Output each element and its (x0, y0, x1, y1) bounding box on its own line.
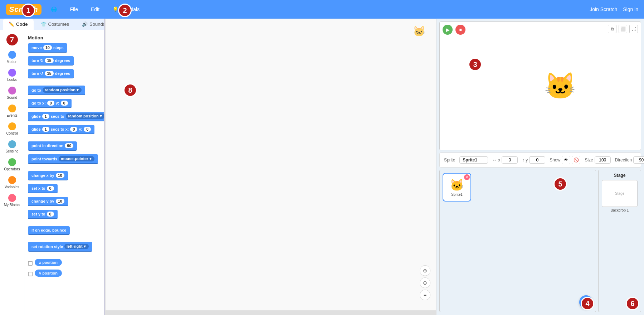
tutorials-icon: 💡 (112, 6, 118, 12)
sprite-delete-button[interactable]: ✕ (464, 174, 470, 180)
block-change-y[interactable]: change y by 10 (28, 197, 68, 206)
category-sound[interactable]: Sound (1, 84, 23, 102)
block-turn-cw[interactable]: turn ↻ 15 degrees (28, 56, 74, 66)
costumes-tab-icon: 👕 (41, 21, 47, 27)
operators-dot (8, 158, 16, 166)
nav-edit[interactable]: Edit (87, 4, 103, 14)
block-goto-random[interactable]: go to random position ▾ (28, 86, 85, 95)
block-point-dir[interactable]: point in direction 90 (28, 141, 77, 151)
stage-small-view-button[interactable]: ⧉ (608, 25, 616, 33)
block-list: Motion move 10 steps turn ↻ 15 degrees (24, 30, 104, 315)
stage-large-view-button[interactable]: ⬜ (619, 25, 627, 33)
show-label: Show (550, 158, 560, 163)
block-point-towards[interactable]: point towards mouse-pointer ▾ (28, 154, 98, 164)
stop-icon: ■ (459, 27, 462, 32)
block-goto-xy[interactable]: go to x: 0 y: 0 (28, 99, 72, 108)
motion-dot (8, 51, 16, 59)
badge-7: 7 (5, 33, 19, 47)
block-glide-random[interactable]: glide 1 secs to random position ▾ (28, 112, 104, 121)
tab-costumes[interactable]: 👕 Costumes (35, 19, 75, 30)
category-control[interactable]: Control (1, 120, 23, 137)
code-tab-label: Code (16, 21, 28, 27)
y-position-row: y position (28, 270, 100, 278)
tab-code[interactable]: ✏️ Code (3, 19, 34, 30)
show-hidden-button[interactable]: 🚫 (572, 156, 580, 164)
stage-panel-title: Stage (614, 173, 626, 178)
operators-label: Operators (4, 167, 20, 171)
sprite-card-label: Sprite1 (451, 193, 463, 197)
stage-preview: ▶ ■ ⧉ ⬜ ⛶ 3 � (439, 21, 641, 150)
green-flag-button[interactable]: ▶ (443, 25, 453, 35)
zoom-out-button[interactable]: ⊖ (420, 277, 430, 288)
top-nav: 1 Scratch 🌐 File Edit 💡 Tutorials 2 Join… (0, 0, 644, 19)
sprite-direction-input[interactable] (633, 156, 644, 164)
block-set-y[interactable]: set y to 0 (28, 210, 58, 219)
show-icons: 👁 🚫 (562, 156, 580, 164)
stage-panel: Stage Stage Backdrop 1 🖼 6 (598, 170, 641, 312)
variables-label: Variables (5, 185, 19, 189)
sprite-y-input[interactable] (529, 156, 545, 164)
stage-thumbnail[interactable]: Stage (602, 180, 638, 207)
category-looks[interactable]: Looks (1, 67, 23, 84)
sprite-x-input[interactable] (502, 156, 518, 164)
block-set-x[interactable]: set x to 0 (28, 184, 58, 193)
sprite-card-sprite1[interactable]: ✕ 🐱 Sprite1 (443, 173, 471, 202)
y-position-checkbox[interactable] (28, 272, 33, 276)
zoom-out-icon: ⊖ (423, 280, 427, 286)
zoom-in-button[interactable]: ⊕ (420, 265, 430, 276)
block-x-position[interactable]: x position (35, 259, 62, 266)
block-y-position[interactable]: y position (35, 270, 62, 277)
category-myblocks[interactable]: My Blocks (1, 192, 23, 209)
events-dot (8, 105, 16, 112)
sprite-size-input[interactable] (595, 156, 611, 164)
sprites-grid: ✕ 🐱 Sprite1 (443, 173, 593, 202)
size-label: Size (585, 158, 593, 163)
looks-label: Looks (7, 78, 17, 82)
block-rotation-style[interactable]: set rotation style left-right ▾ (28, 242, 92, 252)
category-sidebar: 7 Motion Looks Sound Events (0, 30, 24, 315)
block-turn-ccw[interactable]: turn ↺ 15 degrees (28, 69, 74, 78)
category-operators[interactable]: Operators (1, 156, 23, 173)
canvas-scrollbar[interactable] (106, 310, 436, 315)
badge-3: 3 (468, 58, 482, 71)
myblocks-dot (8, 194, 16, 202)
join-scratch-link[interactable]: Join Scratch (590, 6, 617, 12)
myblocks-label: My Blocks (4, 203, 20, 207)
badge-1: 1 (21, 4, 35, 17)
category-events[interactable]: Events (1, 102, 23, 120)
sprite-name-input[interactable] (459, 156, 488, 164)
block-move[interactable]: move 10 steps (28, 43, 67, 53)
canvas-area[interactable]: 8 🐱 ⊕ ⊖ = (105, 19, 436, 315)
x-position-row: x position (28, 259, 100, 268)
sprite-y-field: ↕ y (522, 156, 545, 164)
costumes-tab-label: Costumes (48, 21, 69, 27)
category-motion[interactable]: Motion (1, 49, 23, 66)
block-edge-bounce[interactable]: if on edge, bounce (28, 226, 70, 235)
stop-button[interactable]: ■ (455, 25, 465, 35)
sprite-label: Sprite (444, 158, 455, 163)
stage-backdrop-label: Backdrop 1 (611, 208, 629, 212)
x-position-checkbox[interactable] (28, 261, 33, 266)
show-visible-button[interactable]: 👁 (562, 156, 570, 164)
nav-file[interactable]: File (66, 4, 82, 14)
control-label: Control (6, 131, 18, 135)
canvas-cat-icon: 🐱 (413, 25, 425, 37)
category-variables[interactable]: Variables (1, 174, 23, 191)
stage-controls: ▶ ■ (443, 25, 465, 35)
badge-4: 4 (581, 297, 594, 310)
sign-in-link[interactable]: Sign in (623, 6, 638, 12)
stage-fullscreen-button[interactable]: ⛶ (629, 25, 638, 33)
category-sensing[interactable]: Sensing (1, 138, 23, 155)
zoom-reset-button[interactable]: = (420, 290, 430, 300)
block-change-x[interactable]: change x by 10 (28, 171, 68, 180)
badge-5: 5 (553, 177, 567, 191)
blocks-section-title: Motion (28, 35, 100, 40)
x-arrow-icon: ↔ (492, 158, 497, 163)
variables-dot (8, 176, 16, 184)
badge-6: 6 (626, 297, 639, 310)
nav-globe[interactable]: 🌐 (47, 4, 60, 14)
sprite-show-field: Show 👁 🚫 (550, 156, 580, 164)
badge-8: 8 (123, 83, 137, 97)
sensing-label: Sensing (5, 149, 18, 153)
block-glide-xy[interactable]: glide 1 secs to x: 0 y: 0 (28, 125, 94, 134)
